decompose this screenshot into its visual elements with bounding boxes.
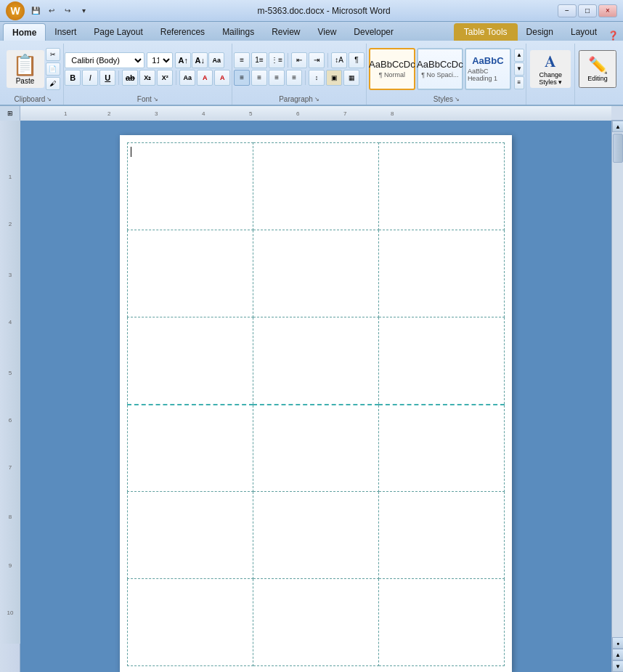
table-cell-6-3[interactable] — [379, 579, 505, 666]
styles-expand-icon[interactable]: ↘ — [455, 96, 460, 102]
style-no-spacing[interactable]: AaBbCcDc ¶ No Spaci... — [417, 48, 463, 90]
superscript-btn[interactable]: X² — [157, 70, 173, 86]
font-label: Font ↘ — [137, 95, 158, 103]
table-cell-4-2[interactable] — [253, 405, 379, 492]
undo-quick-btn[interactable]: ↩ — [45, 4, 58, 17]
redo-quick-btn[interactable]: ↪ — [61, 4, 74, 17]
paste-icon: 📋 — [12, 53, 38, 77]
tab-design[interactable]: Design — [518, 23, 562, 41]
svg-text:4: 4 — [202, 110, 205, 117]
format-painter-button[interactable]: 🖌 — [46, 77, 60, 90]
increase-font-size-btn[interactable]: A↑ — [175, 52, 191, 68]
select-browse-object-btn[interactable]: ● — [612, 637, 623, 649]
scroll-up-button[interactable]: ▲ — [612, 121, 623, 132]
line-spacing-btn[interactable]: ↕ — [309, 70, 325, 86]
tab-view[interactable]: View — [309, 23, 346, 41]
tab-insert[interactable]: Insert — [46, 23, 85, 41]
change-styles-button[interactable]: 𝐀 ChangeStyles ▾ — [530, 50, 571, 88]
table-cell-2-3[interactable] — [379, 230, 505, 317]
table-cell-3-3[interactable] — [379, 317, 505, 405]
restore-button[interactable]: □ — [578, 4, 597, 17]
tab-home[interactable]: Home — [3, 23, 46, 41]
increase-indent-btn[interactable]: ⇥ — [309, 52, 325, 68]
group-paragraph: ≡ 1≡ ⋮≡ ⇤ ⇥ ↕A ¶ ≡ ≡ ≡ ≡ — [232, 44, 367, 105]
show-marks-btn[interactable]: ¶ — [349, 52, 365, 68]
tab-references[interactable]: References — [152, 23, 213, 41]
document-page[interactable] — [120, 135, 512, 672]
prev-page-btn[interactable]: ▲ — [612, 649, 623, 660]
table-cell-1-3[interactable] — [379, 143, 505, 230]
style-normal[interactable]: AaBbCcDc ¶ Normal — [369, 48, 415, 90]
save-quick-btn[interactable]: 💾 — [29, 4, 42, 17]
table-cell-3-2[interactable] — [253, 317, 379, 405]
ruler-corner[interactable]: ⊞ — [0, 106, 20, 121]
align-right-btn[interactable]: ≡ — [269, 70, 285, 86]
table-cell-5-3[interactable] — [379, 492, 505, 579]
tab-developer[interactable]: Developer — [345, 23, 402, 41]
close-button[interactable]: × — [598, 4, 617, 17]
next-page-btn[interactable]: ▼ — [612, 660, 623, 672]
table-cell-4-3[interactable] — [379, 405, 505, 492]
editing-label: Editing — [587, 75, 608, 82]
svg-text:3: 3 — [155, 110, 158, 117]
align-center-btn[interactable]: ≡ — [251, 70, 267, 86]
change-case-btn[interactable]: Aa — [208, 52, 224, 68]
table-cell-2-2[interactable] — [253, 230, 379, 317]
font-family-select[interactable]: Calibri (Body) — [65, 52, 144, 68]
group-editing: ✏️ Editing - — [575, 44, 620, 105]
styles-more[interactable]: ≡ — [514, 76, 524, 89]
multilevel-list-btn[interactable]: ⋮≡ — [269, 52, 285, 68]
editing-area: ✏️ Editing — [579, 50, 616, 88]
table-cell-2-1[interactable] — [128, 230, 253, 317]
paragraph-expand-icon[interactable]: ↘ — [314, 96, 319, 102]
cut-button[interactable]: ✂ — [46, 48, 60, 61]
align-left-btn[interactable]: ≡ — [234, 70, 250, 86]
table-cell-1-1[interactable] — [128, 143, 253, 230]
table-cell-4-1[interactable] — [128, 405, 253, 492]
shading-btn[interactable]: ▣ — [326, 70, 342, 86]
scroll-thumb[interactable] — [613, 134, 623, 163]
copy-button[interactable]: 📄 — [46, 62, 60, 76]
editing-button[interactable]: ✏️ Editing — [579, 50, 616, 88]
font-color-btn[interactable]: A — [214, 70, 230, 86]
clipboard-expand-icon[interactable]: ↘ — [46, 96, 52, 102]
italic-button[interactable]: I — [82, 70, 98, 86]
sort-btn[interactable]: ↕A — [331, 52, 347, 68]
subscript-btn[interactable]: X₂ — [139, 70, 155, 86]
tab-layout[interactable]: Layout — [562, 23, 606, 41]
ribbon-help-btn[interactable]: ❓ — [606, 31, 620, 41]
tab-mailings[interactable]: Mailings — [213, 23, 263, 41]
paste-button[interactable]: 📋 Paste — [7, 50, 44, 88]
bullets-btn[interactable]: ≡ — [234, 52, 250, 68]
table-cell-5-2[interactable] — [253, 492, 379, 579]
tab-review[interactable]: Review — [263, 23, 309, 41]
qa-more-btn[interactable]: ▾ — [77, 4, 90, 17]
styles-scroll-down[interactable]: ▼ — [514, 62, 524, 76]
highlight-btn[interactable]: A — [197, 70, 213, 86]
office-button[interactable]: W — [6, 1, 25, 20]
strikethrough-btn[interactable]: ab — [122, 70, 138, 86]
table-cell-3-1[interactable] — [128, 317, 253, 405]
styles-scroll-up[interactable]: ▲ — [514, 49, 524, 62]
table-cell-6-1[interactable] — [128, 579, 253, 666]
justify-btn[interactable]: ≡ — [286, 70, 302, 86]
table-cell-1-2[interactable] — [253, 143, 379, 230]
decrease-indent-btn[interactable]: ⇤ — [291, 52, 307, 68]
decrease-font-size-btn[interactable]: A↓ — [192, 52, 208, 68]
tab-page-layout[interactable]: Page Layout — [85, 23, 151, 41]
numbering-btn[interactable]: 1≡ — [251, 52, 267, 68]
minimize-button[interactable]: − — [558, 4, 577, 17]
borders-btn[interactable]: ▦ — [343, 70, 359, 86]
scroll-track[interactable] — [612, 132, 623, 637]
text-cursor — [131, 147, 131, 157]
clear-format-btn[interactable]: Aa — [179, 70, 195, 86]
svg-text:7: 7 — [343, 110, 347, 117]
bold-button[interactable]: B — [65, 70, 81, 86]
table-cell-6-2[interactable] — [253, 579, 379, 666]
table-cell-5-1[interactable] — [128, 492, 253, 579]
quick-access-toolbar: 💾 ↩ ↪ ▾ — [29, 4, 90, 17]
underline-button[interactable]: U — [99, 70, 115, 86]
style-heading1[interactable]: AaBbC AaBbC Heading 1 — [465, 48, 511, 90]
font-size-select[interactable]: 11 — [147, 52, 173, 68]
font-expand-icon[interactable]: ↘ — [153, 96, 158, 102]
